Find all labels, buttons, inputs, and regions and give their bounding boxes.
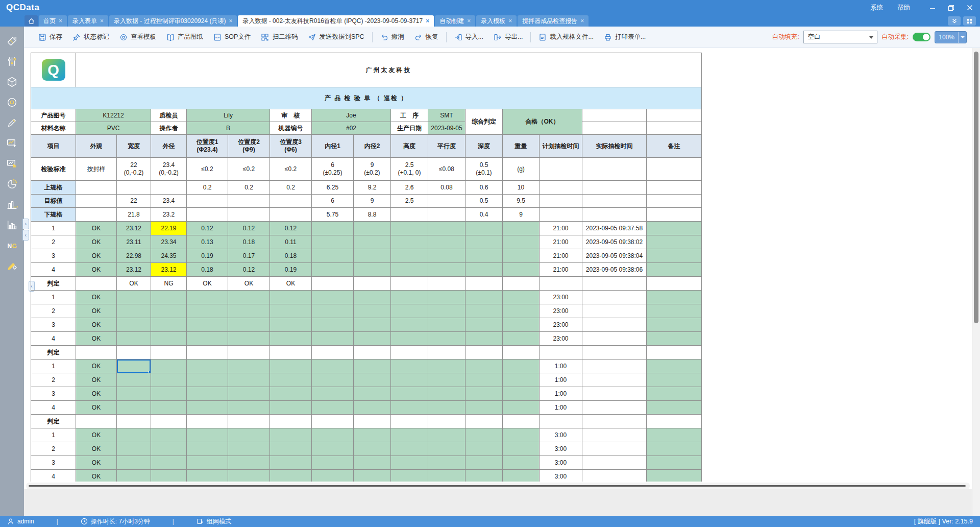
zoom-control[interactable]: 100% bbox=[935, 31, 967, 43]
spec-1-inner-dia1[interactable]: 6 bbox=[312, 195, 354, 208]
cell-b2-r1-outer-dia[interactable] bbox=[151, 291, 187, 304]
cell-b2-r2-inner-dia1[interactable] bbox=[312, 304, 354, 318]
cell-b1-r2-depth[interactable] bbox=[465, 235, 503, 249]
cell-b1-r3-depth[interactable] bbox=[465, 249, 503, 263]
horizontal-scrollbar-thumb[interactable] bbox=[29, 485, 966, 487]
tab-close-icon[interactable]: × bbox=[426, 17, 429, 25]
spec-1-inner-dia2[interactable]: 9 bbox=[354, 195, 391, 208]
tab-close-icon[interactable]: × bbox=[467, 17, 471, 25]
cell-b2-r1-pos2[interactable] bbox=[228, 291, 270, 304]
spec-2-note[interactable] bbox=[647, 208, 702, 222]
judge-b3-width[interactable] bbox=[117, 415, 151, 428]
judge-b3-outer-dia[interactable] bbox=[151, 415, 187, 428]
cell-b3-r1-actual-time[interactable] bbox=[582, 360, 647, 373]
cell-b2-r2-appearance[interactable]: OK bbox=[76, 304, 117, 318]
sidebar-cube-button[interactable] bbox=[2, 76, 22, 88]
cell-b4-r3-inner-dia2[interactable] bbox=[354, 456, 391, 470]
spec-1-pos3[interactable] bbox=[270, 195, 312, 208]
sidebar-histogram-button[interactable] bbox=[2, 219, 22, 231]
cell-b2-r3-parallelism[interactable] bbox=[428, 318, 465, 332]
cell-b2-r2-depth[interactable] bbox=[465, 304, 503, 318]
cell-b2-r3-weight[interactable] bbox=[503, 318, 540, 332]
cell-b2-r3-plan-time[interactable]: 23:00 bbox=[540, 318, 582, 332]
home-tab[interactable] bbox=[24, 15, 38, 27]
cell-b2-r2-parallelism[interactable] bbox=[428, 304, 465, 318]
cell-b2-r3-pos3[interactable] bbox=[270, 318, 312, 332]
cell-b4-r4-pos2[interactable] bbox=[228, 470, 270, 482]
spec-1-depth[interactable]: 0.5 bbox=[465, 195, 503, 208]
standard-outer-dia[interactable]: 23.4 (0,-0.2) bbox=[151, 158, 187, 181]
cell-b3-r1-width[interactable] bbox=[117, 360, 151, 373]
info-value-1-0[interactable]: PVC bbox=[76, 122, 151, 135]
judge-b2-pos1[interactable] bbox=[187, 346, 228, 360]
cell-b3-r3-inner-dia1[interactable] bbox=[312, 387, 354, 401]
cell-b3-r3-depth[interactable] bbox=[465, 387, 503, 401]
cell-b1-r3-inner-dia2[interactable] bbox=[354, 249, 391, 263]
cell-b3-r3-pos1[interactable] bbox=[187, 387, 228, 401]
cell-b1-r2-weight[interactable] bbox=[503, 235, 540, 249]
cell-b2-r2-pos1[interactable] bbox=[187, 304, 228, 318]
spec-0-pos1[interactable]: 0.2 bbox=[187, 181, 228, 195]
cell-b4-r1-pos1[interactable] bbox=[187, 428, 228, 442]
tab-6[interactable]: 录入模板× bbox=[476, 15, 517, 27]
cell-b2-r2-pos3[interactable] bbox=[270, 304, 312, 318]
cell-b4-r4-inner-dia2[interactable] bbox=[354, 470, 391, 482]
cell-b1-r1-weight[interactable] bbox=[503, 222, 540, 235]
info-value-1-3[interactable]: 2023-09-05 bbox=[428, 122, 465, 135]
cell-b4-r2-actual-time[interactable] bbox=[582, 442, 647, 456]
info-value-0-1[interactable]: Lily bbox=[187, 109, 270, 122]
cell-b1-r2-plan-time[interactable]: 21:00 bbox=[540, 235, 582, 249]
standard-pos3[interactable]: ≤0.2 bbox=[270, 158, 312, 181]
standard-note[interactable] bbox=[647, 158, 702, 181]
cell-b1-r1-parallelism[interactable] bbox=[428, 222, 465, 235]
cell-b2-r4-outer-dia[interactable] bbox=[151, 332, 187, 346]
judge-b3-depth[interactable] bbox=[465, 415, 503, 428]
judge-b2-depth[interactable] bbox=[465, 346, 503, 360]
cell-b4-r4-outer-dia[interactable] bbox=[151, 470, 187, 482]
cell-b2-r4-depth[interactable] bbox=[465, 332, 503, 346]
tab-1[interactable]: 首页× bbox=[39, 15, 67, 27]
spec-2-parallelism[interactable] bbox=[428, 208, 465, 222]
spec-2-weight[interactable]: 9 bbox=[503, 208, 540, 222]
vertical-scrollbar[interactable] bbox=[972, 48, 980, 516]
cell-b1-r2-width[interactable]: 23.11 bbox=[117, 235, 151, 249]
judge-b3-parallelism[interactable] bbox=[428, 415, 465, 428]
cell-b4-r1-actual-time[interactable] bbox=[582, 428, 647, 442]
cell-b3-r2-weight[interactable] bbox=[503, 373, 540, 387]
sidebar-sliders-button[interactable] bbox=[2, 55, 22, 67]
cell-b3-r2-height[interactable] bbox=[391, 373, 428, 387]
cell-b3-r4-weight[interactable] bbox=[503, 401, 540, 415]
cell-b4-r3-note[interactable] bbox=[647, 456, 702, 470]
spec-2-outer-dia[interactable]: 23.2 bbox=[151, 208, 187, 222]
tab-7[interactable]: 搅拌器成品检查报告× bbox=[518, 15, 589, 27]
cell-b2-r4-inner-dia2[interactable] bbox=[354, 332, 391, 346]
cell-b2-r3-note[interactable] bbox=[647, 318, 702, 332]
spec-2-plan-time[interactable] bbox=[540, 208, 582, 222]
cell-b4-r2-parallelism[interactable] bbox=[428, 442, 465, 456]
judge-b2-appearance[interactable] bbox=[76, 346, 117, 360]
judge-b3-appearance[interactable] bbox=[76, 415, 117, 428]
cell-b1-r1-pos3[interactable]: 0.12 bbox=[270, 222, 312, 235]
spec-0-plan-time[interactable] bbox=[540, 181, 582, 195]
judge-b3-pos3[interactable] bbox=[270, 415, 312, 428]
cell-b2-r4-pos1[interactable] bbox=[187, 332, 228, 346]
cell-b2-r1-actual-time[interactable] bbox=[582, 291, 647, 304]
spec-2-actual-time[interactable] bbox=[582, 208, 647, 222]
cell-b2-r4-height[interactable] bbox=[391, 332, 428, 346]
cell-b3-r1-inner-dia2[interactable] bbox=[354, 360, 391, 373]
save-button[interactable]: 保存 bbox=[33, 30, 67, 44]
judge-b1-inner-dia1[interactable] bbox=[312, 277, 354, 291]
cell-b2-r1-depth[interactable] bbox=[465, 291, 503, 304]
cell-b4-r3-outer-dia[interactable] bbox=[151, 456, 187, 470]
cell-b1-r4-weight[interactable] bbox=[503, 263, 540, 277]
cell-b3-r3-outer-dia[interactable] bbox=[151, 387, 187, 401]
cell-b4-r3-weight[interactable] bbox=[503, 456, 540, 470]
cell-b1-r4-depth[interactable] bbox=[465, 263, 503, 277]
cell-b1-r2-pos1[interactable]: 0.13 bbox=[187, 235, 228, 249]
cell-b4-r3-width[interactable] bbox=[117, 456, 151, 470]
tab-3[interactable]: 录入数据 - 过程控制评审03020924 (只读)× bbox=[109, 15, 237, 27]
cell-b3-r2-note[interactable] bbox=[647, 373, 702, 387]
cell-b4-r1-appearance[interactable]: OK bbox=[76, 428, 117, 442]
print-button[interactable]: 打印表单... bbox=[599, 30, 651, 44]
cell-b3-r3-height[interactable] bbox=[391, 387, 428, 401]
